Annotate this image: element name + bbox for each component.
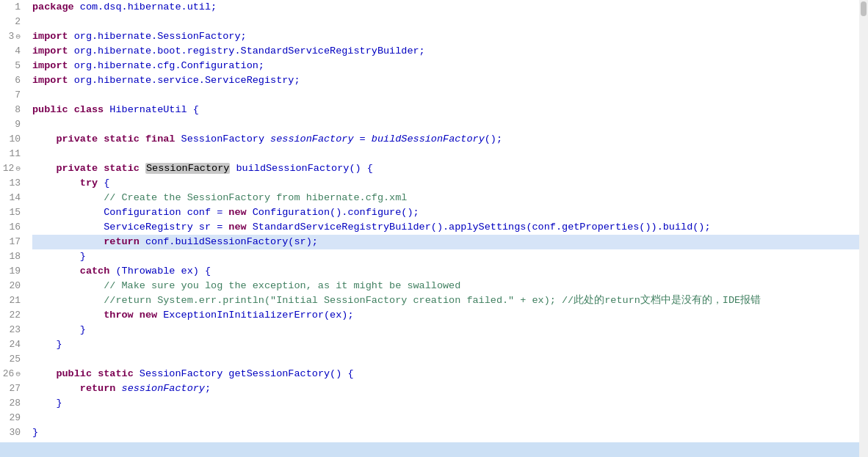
token-kw: import [32,75,68,86]
bottom-bar [0,442,859,457]
line-number-7: 7 [0,88,23,103]
code-line-21: //return System.err.println("Initial Ses… [32,293,868,308]
token-nr: Configuration().configure(); [247,207,419,218]
token-kw: public [32,104,68,115]
line-number-22: 22 [0,308,23,323]
line-number-23: 23 [0,323,23,337]
line-number-18: 18 [0,249,23,264]
token-nr [32,310,104,321]
token-kw: package [32,1,74,12]
line-number-11: 11 [0,147,23,161]
token-nr: org.hibernate.cfg.Configuration; [68,60,264,71]
code-content[interactable]: package com.dsq.hibernate.util; import o… [28,0,868,457]
token-nr: com.dsq.hibernate.util; [74,1,217,12]
code-line-1: package com.dsq.hibernate.util; [32,0,868,15]
line-number-17: 17 [0,235,23,249]
token-kw: throw [104,310,134,321]
line-number-12: 12 [0,161,23,176]
scrollbar-thumb[interactable] [861,1,867,16]
code-line-22: throw new ExceptionInInitializerError(ex… [32,308,868,323]
code-line-30: } [32,425,868,440]
line-number-1: 1 [0,0,23,15]
token-nr [140,236,145,247]
token-kw: import [32,45,68,56]
code-line-26: public static SessionFactory getSessionF… [32,367,868,381]
line-number-10: 10 [0,132,23,147]
code-line-23: } [32,323,868,337]
code-line-2 [32,15,868,29]
line-number-16: 16 [0,220,23,235]
token-nr [115,383,121,394]
token-nr: } [32,324,86,335]
line-numbers: 1234567891011121314151617181920212223242… [0,0,28,457]
token-it: buildSessionFactory [372,134,485,145]
code-line-29 [32,411,868,425]
line-number-13: 13 [0,176,23,191]
token-kw: static [98,368,134,379]
line-number-26: 26 [0,367,23,381]
token-nr: StandardServiceRegistryBuilder().applySe… [247,222,711,233]
line-number-2: 2 [0,15,23,29]
line-number-19: 19 [0,264,23,279]
code-line-13: try { [32,176,868,191]
token-nr [32,134,56,145]
token-cm: // Create the SessionFactory from hibern… [104,192,407,203]
token-it: sessionFactory [122,383,205,394]
line-number-28: 28 [0,396,23,411]
token-cm: //return System.err.println("Initial Ses… [104,295,761,306]
line-number-29: 29 [0,411,23,425]
token-kw: import [32,31,68,42]
code-line-10: private static final SessionFactory sess… [32,132,868,147]
token-nr [140,134,145,145]
code-line-15: Configuration conf = new Configuration()… [32,205,868,220]
token-nr: ; [205,383,211,394]
code-line-28: } [32,396,868,411]
line-number-3: 3 [0,29,23,44]
code-line-5: import org.hibernate.cfg.Configuration; [32,59,868,73]
code-line-8: public class HibernateUtil { [32,103,868,117]
token-nr [32,266,80,277]
token-nr: org.hibernate.boot.registry.StandardServ… [68,45,425,56]
token-nr [32,163,56,174]
code-line-20: // Make sure you log the exception, as i… [32,279,868,293]
token-kw: try [80,178,98,189]
code-editor: 1234567891011121314151617181920212223242… [0,0,868,457]
token-nr: } [32,339,62,350]
token-nr: } [32,251,86,262]
token-nr [68,104,74,115]
token-nr [32,178,80,189]
line-number-14: 14 [0,191,23,205]
line-number-9: 9 [0,117,23,132]
token-kw: return [80,383,116,394]
token-cm: // Make sure you log the exception, as i… [104,280,460,291]
token-nr [32,383,80,394]
token-nr: ExceptionInInitializerError(ex); [157,310,353,321]
token-nr: { [98,178,109,189]
line-number-30: 30 [0,425,23,440]
token-nr: org.hibernate.service.ServiceRegistry; [68,75,300,86]
line-number-15: 15 [0,205,23,220]
token-highlight-box: SessionFactory [145,163,230,174]
token-kw: final [145,134,176,145]
line-number-5: 5 [0,59,23,73]
token-nr [32,192,104,203]
code-line-9 [32,117,868,132]
token-nr [134,310,140,321]
token-nr [140,163,145,174]
token-kw: public [56,368,92,379]
scrollbar-vertical[interactable] [859,0,868,457]
token-kw: static [104,134,140,145]
token-nr: org.hibernate.SessionFactory; [68,31,247,42]
code-line-3: import org.hibernate.SessionFactory; [32,29,868,44]
token-kw: catch [80,266,110,277]
token-nr: } [32,427,38,438]
code-line-19: catch (Throwable ex) { [32,264,868,279]
code-line-11 [32,147,868,161]
token-nr [32,368,56,379]
line-number-21: 21 [0,293,23,308]
token-kw: static [104,163,140,174]
token-kw: private [56,134,98,145]
token-text: conf.buildSessionFactory(sr); [145,236,318,247]
token-nr: = [354,134,372,145]
line-number-6: 6 [0,73,23,88]
